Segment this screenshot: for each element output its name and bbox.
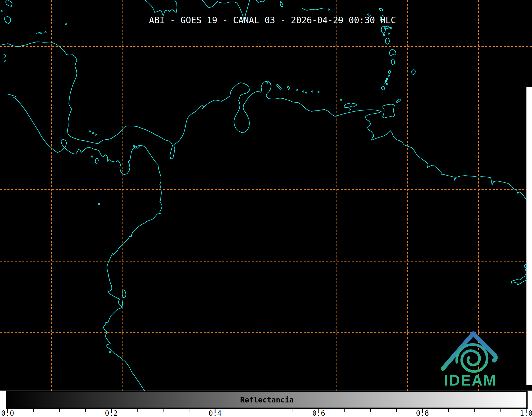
map-title: ABI - GOES 19 - CANAL 03 - 2026-04-29 00… [149,15,396,25]
logo-wordmark: IDEAM [444,372,497,389]
satellite-image-viewer: ABI - GOES 19 - CANAL 03 - 2026-04-29 00… [0,0,532,417]
tick-label: 0.4 [209,409,222,417]
scan-edge-strip [526,87,532,385]
tick-label: 1.0 [520,409,532,417]
colorbar-label: Reflectancia [240,396,294,404]
tick-label: 0.8 [416,409,429,417]
map-background [0,0,532,391]
tick-label: 0.2 [105,409,118,417]
tick-label: 0.6 [312,409,325,417]
tick-label: 0.0 [1,409,14,417]
scene: ABI - GOES 19 - CANAL 03 - 2026-04-29 00… [0,0,532,417]
colorbar: 0.00.20.40.60.81.0 Reflectancia [0,391,532,417]
